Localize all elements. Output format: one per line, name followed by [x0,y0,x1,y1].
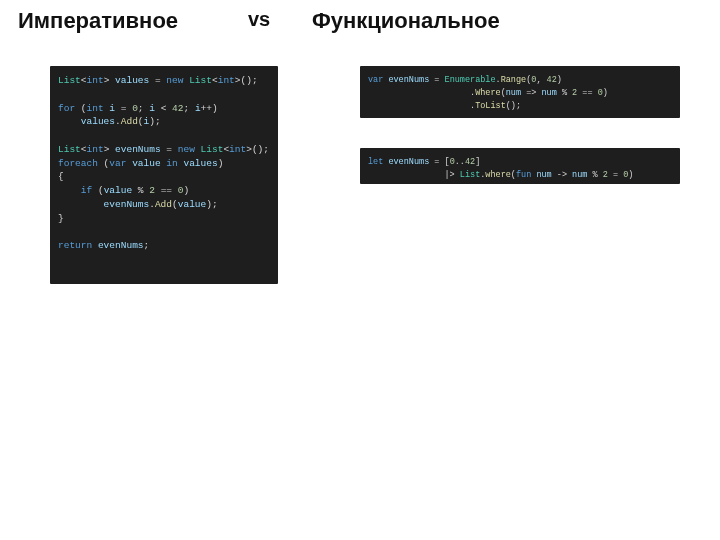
code-functional-csharp-linq: var evenNums = Enumerable.Range(0, 42) .… [360,66,680,118]
title-vs: vs [238,8,308,31]
slide-header: Императивное vs Функциональное [0,0,720,34]
title-functional: Функциональное [308,8,702,34]
title-imperative: Императивное [18,8,238,34]
code-imperative-csharp: List<int> values = new List<int>(); for … [50,66,278,284]
code-functional-fsharp: let evenNums = [0..42] |> List.where(fun… [360,148,680,184]
slide-content: List<int> values = new List<int>(); for … [0,66,720,526]
